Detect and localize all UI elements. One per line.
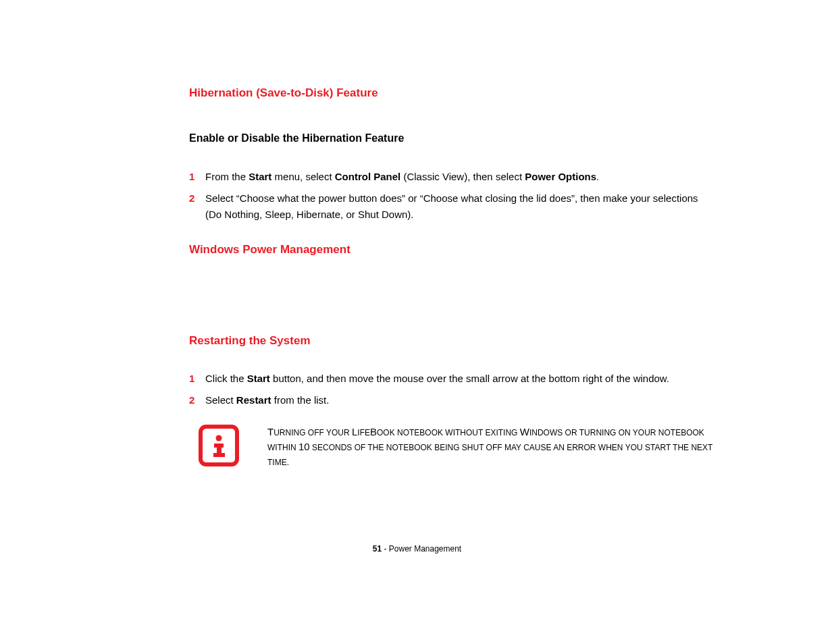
list-item: 2 Select Restart from the list. [189, 392, 716, 408]
text-segment: (Classic View), then select [400, 171, 525, 182]
svg-point-1 [216, 435, 222, 441]
info-callout: Turning off your LifeBook notebook witho… [199, 425, 716, 468]
heading-restarting-system: Restarting the System [189, 334, 716, 348]
svg-rect-4 [213, 453, 225, 457]
text-segment: ook notebook without exiting [377, 428, 520, 437]
list-item: 2 Select “Choose what the power button d… [189, 190, 716, 223]
restart-steps-list: 1 Click the Start button, and then move … [189, 371, 716, 408]
text-segment: W [520, 426, 529, 437]
text-bold: Restart [236, 394, 271, 406]
page-number: 51 [373, 544, 382, 554]
text-segment: 10 [298, 441, 310, 452]
text-bold: Control Panel [335, 171, 401, 182]
list-number: 1 [189, 169, 205, 185]
text-bold: Start [249, 171, 271, 182]
heading-hibernation-feature: Hibernation (Save-to-Disk) Feature [189, 86, 716, 100]
list-number: 2 [189, 392, 205, 408]
text-bold: Start [247, 373, 270, 384]
footer-section: Power Management [389, 544, 461, 554]
list-item: 1 From the Start menu, select Control Pa… [189, 169, 716, 185]
list-number: 1 [189, 371, 205, 387]
info-icon [199, 425, 239, 466]
text-bold: Power Options [525, 171, 596, 182]
text-segment: urning off your [273, 428, 352, 437]
list-text: Select “Choose what the power button doe… [205, 190, 716, 223]
heading-enable-disable-hibernation: Enable or Disable the Hibernation Featur… [189, 132, 716, 144]
heading-windows-power-management: Windows Power Management [189, 243, 716, 257]
text-segment: from the list. [271, 394, 330, 406]
list-text: Select Restart from the list. [205, 392, 716, 408]
text-segment: From the [205, 171, 249, 182]
text-segment: Select [205, 394, 236, 406]
list-text: Click the Start button, and then move th… [205, 371, 716, 387]
text-segment: Click the [205, 373, 247, 384]
text-segment: seconds of the notebook being shut off m… [267, 443, 712, 467]
text-segment: button, and then move the mouse over the… [270, 373, 669, 384]
text-segment: . [596, 171, 599, 182]
text-segment: T [267, 426, 273, 437]
text-segment: B [370, 426, 377, 437]
info-text: Turning off your LifeBook notebook witho… [267, 425, 716, 468]
page-footer: 51 - Power Management [0, 544, 834, 554]
hibernation-steps-list: 1 From the Start menu, select Control Pa… [189, 169, 716, 223]
list-item: 1 Click the Start button, and then move … [189, 371, 716, 387]
list-text: From the Start menu, select Control Pane… [205, 169, 716, 185]
footer-separator: - [382, 544, 389, 554]
text-segment: menu, select [271, 171, 334, 182]
list-number: 2 [189, 190, 205, 207]
text-segment: ife [357, 428, 370, 437]
